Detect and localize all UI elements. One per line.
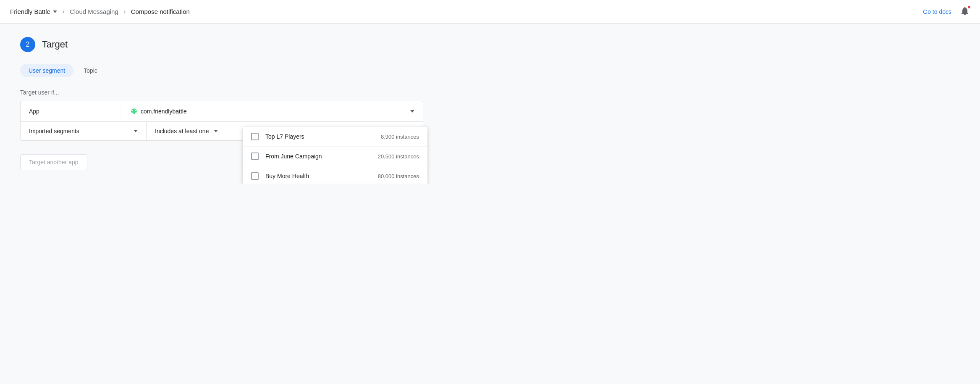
nav-cloud-messaging[interactable]: Cloud Messaging <box>70 8 118 15</box>
checkbox-buy-more-health[interactable] <box>251 172 259 180</box>
app-row-label: App <box>21 101 121 121</box>
step-badge: 2 <box>20 37 35 52</box>
target-another-app-button[interactable]: Target another app <box>20 154 87 170</box>
app-dropdown-label-row: com.friendlybattle <box>130 107 187 116</box>
app-dropdown[interactable]: com.friendlybattle <box>130 107 414 116</box>
topnav-right: Go to docs <box>923 6 970 17</box>
go-to-docs-link[interactable]: Go to docs <box>923 8 951 15</box>
app-name-label: Friendly Battle <box>10 8 50 15</box>
checkbox-june-campaign[interactable] <box>251 153 259 160</box>
includes-dropdown-arrow-icon <box>214 130 218 132</box>
table-row-app: App com.friendlybattle <box>21 101 423 122</box>
dropdown-item-name-top-l7: Top L7 Players <box>265 133 374 140</box>
tabs-container: User segment Topic <box>20 64 442 77</box>
includes-label-text: Includes at least one <box>155 128 209 134</box>
topnav: Friendly Battle › Cloud Messaging › Comp… <box>0 0 980 24</box>
target-user-label: Target user if... <box>20 89 442 96</box>
app-name-dropdown[interactable]: Friendly Battle <box>10 8 57 15</box>
dropdown-item-top-l7[interactable]: Top L7 Players 8,900 instances <box>243 127 427 147</box>
segments-dropdown-arrow-icon <box>134 130 138 132</box>
checkbox-top-l7[interactable] <box>251 133 259 140</box>
topnav-left: Friendly Battle › Cloud Messaging › Comp… <box>10 7 190 16</box>
app-value-text: com.friendlybattle <box>141 108 187 115</box>
app-dropdown-arrow-icon <box>410 110 414 113</box>
nav-separator-1: › <box>62 7 65 16</box>
notification-badge <box>967 5 971 9</box>
segments-dropdown-menu: Top L7 Players 8,900 instances From June… <box>243 127 427 184</box>
nav-current-page: Compose notification <box>131 8 190 15</box>
dropdown-item-count-june-campaign: 20,500 instances <box>378 153 419 160</box>
notifications-bell[interactable] <box>960 6 970 17</box>
app-name-chevron-icon <box>53 11 57 13</box>
segments-label-cell[interactable]: Imported segments <box>21 122 147 140</box>
dropdown-item-name-june-campaign: From June Campaign <box>265 153 371 160</box>
dropdown-item-count-buy-more-health: 80,000 instances <box>378 173 419 179</box>
section-header: 2 Target <box>20 37 442 52</box>
tab-user-segment[interactable]: User segment <box>20 64 73 77</box>
section-title: Target <box>42 39 68 50</box>
dropdown-item-buy-more-health[interactable]: Buy More Health 80,000 instances <box>243 166 427 184</box>
page-content: 2 Target User segment Topic Target user … <box>0 24 462 184</box>
dropdown-item-count-top-l7: 8,900 instances <box>381 134 419 140</box>
android-icon <box>130 107 138 116</box>
nav-separator-2: › <box>123 7 126 16</box>
dropdown-item-june-campaign[interactable]: From June Campaign 20,500 instances <box>243 147 427 166</box>
dropdown-item-name-buy-more-health: Buy More Health <box>265 173 371 179</box>
tab-topic[interactable]: Topic <box>75 64 106 77</box>
app-row-value[interactable]: com.friendlybattle <box>121 101 423 121</box>
segments-label-text: Imported segments <box>29 128 79 134</box>
